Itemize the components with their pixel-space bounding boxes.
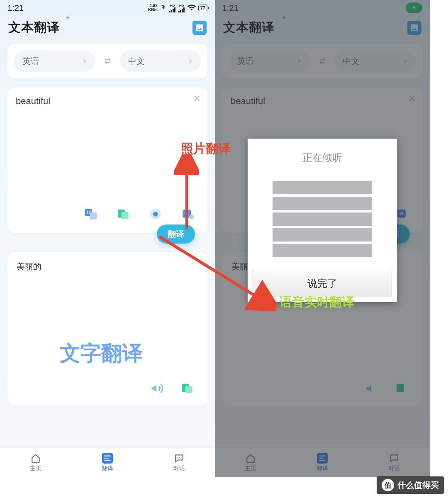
translate-tab-icon	[102, 453, 113, 464]
result-card: 美丽的	[7, 252, 207, 405]
chat-icon	[174, 453, 185, 464]
input-card: ✕ beautiful G A 翻译	[7, 88, 207, 233]
svg-point-9	[189, 215, 194, 219]
left-screenshot: 1:21 4.82KB/s HD HD 77	[0, 0, 215, 477]
svg-rect-1	[90, 212, 97, 220]
status-bar: 1:21 4.82KB/s HD HD 77	[0, 0, 215, 16]
watermark: 值 什么值得买	[377, 476, 444, 494]
input-tool-row: G A	[16, 206, 199, 225]
gallery-button[interactable]	[192, 21, 207, 35]
tab-home[interactable]: 主页	[0, 448, 72, 477]
signal-hd-1: HD	[169, 4, 176, 12]
battery-icon: 77	[198, 5, 207, 11]
google-translate-icon[interactable]: G	[83, 206, 99, 222]
wifi-icon	[187, 4, 196, 12]
result-text: 美丽的	[17, 261, 198, 272]
voice-input-icon[interactable]	[148, 206, 163, 222]
tab-translate[interactable]: 翻译	[72, 448, 144, 477]
photo-translate-icon[interactable]: A	[180, 206, 196, 222]
result-tool-row	[17, 381, 198, 396]
tab-dialog[interactable]: 对话	[143, 448, 215, 477]
app-header: 文本翻译 ✦·	[0, 16, 215, 44]
target-language-label: 中文	[128, 56, 145, 67]
sparkle-icon: ✦·	[65, 13, 72, 22]
svg-point-12	[177, 457, 178, 458]
tab-label: 翻译	[102, 465, 113, 472]
copy-result-icon[interactable]	[179, 381, 195, 396]
tab-label: 对话	[173, 465, 185, 472]
network-speed: 4.82KB/s	[148, 4, 158, 12]
clear-input-button[interactable]: ✕	[193, 93, 201, 104]
dialog-placeholder-content	[273, 181, 372, 257]
status-indicators: 4.82KB/s HD HD 77	[148, 4, 207, 12]
done-speaking-button[interactable]: 说完了	[253, 270, 392, 297]
input-text[interactable]: beautiful	[16, 96, 199, 107]
swap-languages-button[interactable]: ⇄	[99, 56, 116, 66]
svg-text:G: G	[87, 210, 90, 215]
listening-dialog: 正在倾听 说完了	[248, 139, 397, 302]
watermark-badge: 值	[382, 479, 394, 491]
bottom-tabs: 主页 翻译 对话	[0, 447, 215, 477]
svg-rect-11	[185, 386, 192, 393]
source-language-select[interactable]: 英语 ▾	[14, 50, 95, 72]
language-selector-card: 英语 ▾ ⇄ 中文 ▾	[7, 44, 207, 78]
signal-hd-2: HD	[178, 4, 185, 12]
tab-label: 主页	[30, 465, 41, 472]
page-title: 文本翻译	[8, 19, 60, 36]
chevron-down-icon: ▾	[83, 56, 87, 66]
target-language-select[interactable]: 中文 ▾	[120, 50, 201, 72]
chevron-down-icon: ▾	[188, 56, 192, 66]
document-translate-icon[interactable]	[115, 206, 131, 222]
translate-button[interactable]: 翻译	[157, 225, 195, 244]
svg-rect-4	[122, 212, 129, 219]
svg-text:A: A	[185, 210, 189, 217]
dialog-title: 正在倾听	[302, 151, 342, 164]
speak-result-icon[interactable]	[149, 381, 164, 396]
watermark-text: 什么值得买	[397, 480, 439, 491]
svg-point-6	[153, 212, 158, 216]
status-time: 1:21	[7, 3, 24, 13]
bluetooth-icon	[160, 4, 167, 12]
svg-point-13	[179, 457, 180, 458]
home-icon	[30, 453, 41, 464]
right-screenshot: 1:21 文本翻译 ✦ 英语▾ ⇄ 中文▾ ✕ beautiful	[215, 0, 430, 477]
source-language-label: 英语	[22, 56, 39, 67]
